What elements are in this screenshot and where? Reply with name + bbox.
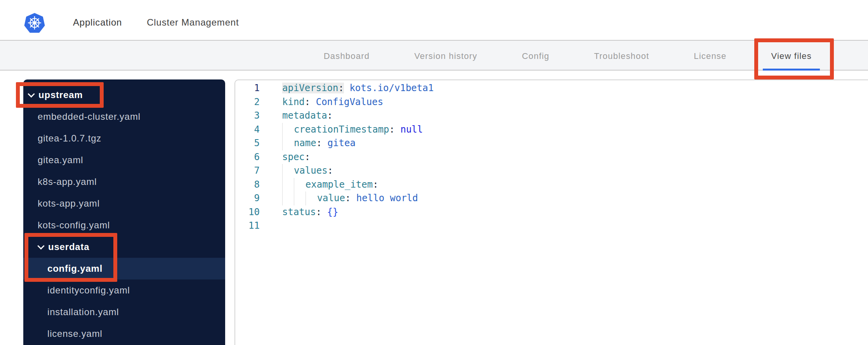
- token-punc: :: [328, 165, 333, 176]
- token-punc: :: [316, 207, 321, 217]
- line-content: value: hello world: [282, 191, 418, 205]
- code-line-9: 9value: hello world: [235, 191, 868, 205]
- line-content: creationTimestamp: null: [282, 123, 423, 137]
- kots-admin-console: ApplicationCluster Management DashboardV…: [0, 0, 868, 345]
- token-pl: [310, 97, 316, 107]
- code-line-11: 11: [235, 219, 868, 233]
- token-key: apiVersion: [282, 83, 339, 93]
- line-content: example_item:: [282, 178, 378, 192]
- token-punc: :: [389, 124, 395, 135]
- token-pl: [344, 83, 349, 93]
- file-tree-item-embedded-cluster-yaml[interactable]: embedded-cluster.yaml: [23, 106, 225, 128]
- token-pl: [351, 193, 356, 204]
- line-number: 4: [235, 123, 260, 137]
- token-key: values: [294, 165, 328, 176]
- file-tree-item-label: installation.yaml: [47, 307, 119, 317]
- file-tree-item-kots-config-yaml[interactable]: kots-config.yaml: [23, 214, 225, 236]
- token-punc: :: [327, 110, 333, 121]
- line-number: 2: [235, 95, 260, 109]
- file-tree: upstreamembedded-cluster.yamlgitea-1.0.7…: [23, 84, 225, 345]
- token-key: status: [282, 207, 316, 217]
- file-tree-item-installation-yaml[interactable]: installation.yaml: [23, 301, 225, 323]
- code-editor[interactable]: 1apiVersion: kots.io/v1beta12kind: Confi…: [234, 79, 868, 345]
- code-lines: 1apiVersion: kots.io/v1beta12kind: Confi…: [235, 81, 868, 233]
- line-number: 8: [235, 178, 260, 192]
- token-key: name: [294, 138, 316, 148]
- token-kw: null: [400, 124, 423, 135]
- line-number: 7: [235, 164, 260, 178]
- token-key: spec: [282, 152, 305, 162]
- top-tab-cluster-management[interactable]: Cluster Management: [136, 0, 250, 42]
- code-line-1: 1apiVersion: kots.io/v1beta1: [235, 81, 868, 95]
- file-tree-item-label: kots-app.yaml: [38, 198, 100, 209]
- indent-guide: [282, 191, 294, 205]
- token-str: gitea: [328, 138, 356, 148]
- code-line-3: 3metadata:: [235, 109, 868, 123]
- file-tree-item-k8s-app-yaml[interactable]: k8s-app.yaml: [23, 171, 225, 193]
- code-line-4: 4creationTimestamp: null: [235, 123, 868, 137]
- file-tree-item-label: userdata: [48, 242, 89, 252]
- file-tree-sidebar: upstreamembedded-cluster.yamlgitea-1.0.7…: [23, 79, 225, 345]
- token-key: metadata: [282, 110, 327, 121]
- file-tree-item-label: upstream: [38, 90, 83, 100]
- token-key: example_item: [306, 179, 373, 190]
- application-tabs: DashboardVersion historyConfigTroublesho…: [316, 41, 868, 70]
- code-line-6: 6spec:: [235, 150, 868, 164]
- line-number: 1: [235, 81, 260, 95]
- file-tree-item-label: gitea.yaml: [38, 155, 83, 166]
- line-content: values:: [282, 164, 333, 178]
- line-number: 10: [235, 205, 260, 219]
- token-str: kots.io/v1beta1: [349, 83, 434, 93]
- file-tree-item-label: gitea-1.0.7.tgz: [38, 133, 101, 144]
- token-str: hello world: [356, 193, 418, 204]
- kubernetes-logo: [24, 13, 45, 33]
- file-tree-item-config-yaml[interactable]: config.yaml: [23, 258, 225, 279]
- line-content: spec:: [282, 150, 310, 164]
- tab-view-files[interactable]: View files: [763, 41, 820, 70]
- line-number: 5: [235, 136, 260, 150]
- file-tree-item-license-yaml[interactable]: license.yaml: [23, 323, 225, 345]
- token-brk: {}: [327, 207, 339, 217]
- line-content: status: {}: [282, 205, 339, 219]
- line-number: 11: [235, 219, 260, 233]
- indent-guide: [282, 164, 294, 178]
- file-tree-item-label: embedded-cluster.yaml: [38, 111, 141, 122]
- top-tab-application[interactable]: Application: [62, 0, 133, 42]
- file-tree-item-label: identityconfig.yaml: [47, 285, 130, 296]
- indent-guide: [294, 178, 306, 192]
- line-content: metadata:: [282, 109, 333, 123]
- token-punc: :: [339, 83, 344, 93]
- token-pl: [322, 138, 327, 148]
- code-line-8: 8example_item:: [235, 178, 868, 192]
- file-tree-item-label: k8s-app.yaml: [38, 176, 97, 187]
- indent-guide: [282, 178, 294, 192]
- file-tree-item-kots-app-yaml[interactable]: kots-app.yaml: [23, 193, 225, 214]
- indent-guide: [306, 191, 317, 205]
- token-key: creationTimestamp: [294, 124, 389, 135]
- token-punc: :: [373, 179, 378, 190]
- tab-troubleshoot[interactable]: Troubleshoot: [586, 41, 657, 70]
- token-punc: :: [345, 193, 351, 204]
- tab-config[interactable]: Config: [514, 41, 557, 70]
- token-key: value: [317, 193, 345, 204]
- file-tree-item-label: config.yaml: [47, 263, 102, 274]
- file-tree-item-userdata[interactable]: userdata: [23, 236, 225, 258]
- code-line-10: 10status: {}: [235, 205, 868, 219]
- indent-guide: [282, 136, 294, 150]
- code-line-2: 2kind: ConfigValues: [235, 95, 868, 109]
- file-tree-item-upstream[interactable]: upstream: [23, 84, 225, 106]
- file-tree-item-label: license.yaml: [47, 328, 102, 339]
- line-number: 9: [235, 191, 260, 205]
- line-number: 3: [235, 109, 260, 123]
- indent-guide: [282, 123, 294, 137]
- indent-guide: [294, 191, 306, 205]
- file-tree-item-gitea-1-0-7-tgz[interactable]: gitea-1.0.7.tgz: [23, 128, 225, 149]
- tab-version-history[interactable]: Version history: [406, 41, 485, 70]
- tab-dashboard[interactable]: Dashboard: [316, 41, 378, 70]
- token-key: kind: [282, 97, 305, 107]
- code-line-7: 7values:: [235, 164, 868, 178]
- token-punc: :: [305, 97, 310, 107]
- tab-license[interactable]: License: [686, 41, 734, 70]
- file-tree-item-gitea-yaml[interactable]: gitea.yaml: [23, 149, 225, 171]
- file-tree-item-identityconfig-yaml[interactable]: identityconfig.yaml: [23, 279, 225, 301]
